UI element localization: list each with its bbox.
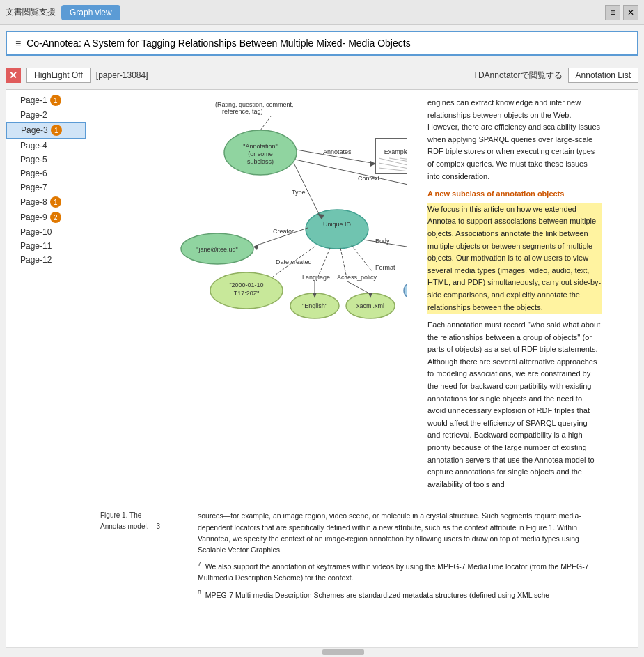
sidebar-item-page12[interactable]: Page-12: [6, 253, 86, 267]
annotation-para: We focus in this article on how we exten…: [427, 203, 602, 314]
toolbar-label: 文書閲覧支援: [6, 6, 56, 18]
page8-label: Page-8: [20, 197, 47, 207]
annotation-list-button[interactable]: Annotation List: [568, 68, 638, 83]
document-title: Co-Annotea: A System for Tagging Relatio…: [26, 38, 410, 49]
right-para1: engines can extract knowledge and infer …: [427, 97, 602, 183]
close-button[interactable]: ✕: [6, 68, 21, 83]
annotation-heading: A new subclass of annotation objects: [427, 188, 602, 201]
right-para3: Each annotation must record ''who said w…: [427, 319, 602, 490]
horizontal-scrollbar[interactable]: [6, 647, 638, 656]
svg-text:Type: Type: [292, 189, 306, 196]
page9-badge: 2: [50, 212, 61, 223]
page3-label: Page-3: [21, 125, 48, 135]
bottom-columns: Figure 1. TheAnnotas model. 3 sources—fo…: [100, 510, 602, 600]
page8-badge: 1: [50, 196, 61, 208]
page4-label: Page-4: [20, 141, 47, 150]
content-area: Page-1 1 Page-2 Page-3 1 Page-4 Page-5 P…: [6, 89, 638, 647]
page5-label: Page-5: [20, 155, 47, 164]
toolbar-icons: ≡ ✕: [605, 5, 638, 20]
svg-line-45: [351, 245, 372, 271]
page6-label: Page-6: [20, 169, 47, 178]
secondary-toolbar: ✕ HighLight Off [paper-13084] TDAnnotato…: [6, 61, 638, 89]
list-icon-button[interactable]: ≡: [605, 5, 620, 20]
page11-label: Page-11: [20, 241, 52, 251]
figure-area: (Rating, question, comment, reference, t…: [100, 97, 602, 496]
svg-text:"Annotation": "Annotation": [243, 143, 277, 150]
svg-line-54: [347, 281, 370, 294]
diagram-container: (Rating, question, comment, reference, t…: [100, 97, 407, 334]
graph-view-button[interactable]: Graph view: [61, 5, 120, 20]
page1-badge: 1: [50, 95, 61, 106]
title-icon: ≡: [15, 38, 21, 49]
svg-point-46: [404, 278, 407, 303]
svg-text:"2000-01-10: "2000-01-10: [229, 281, 263, 288]
svg-text:Context: Context: [358, 175, 380, 182]
svg-text:Date created: Date created: [276, 258, 312, 265]
close-window-button[interactable]: ✕: [623, 5, 638, 20]
svg-text:Unique ID: Unique ID: [323, 221, 352, 228]
right-text-column: engines can extract knowledge and infer …: [427, 97, 602, 496]
sidebar-item-page7[interactable]: Page-7: [6, 180, 86, 194]
svg-text:(Rating, question, comment,: (Rating, question, comment,: [215, 101, 294, 108]
svg-text:xacml.xml: xacml.xml: [356, 302, 384, 309]
svg-text:Annotates: Annotates: [323, 148, 352, 155]
svg-line-6: [260, 116, 271, 130]
figure-caption: Figure 1. TheAnnotas model. 3: [100, 510, 184, 532]
highlight-off-button[interactable]: HighLight Off: [26, 68, 91, 83]
sidebar: Page-1 1 Page-2 Page-3 1 Page-4 Page-5 P…: [6, 90, 86, 647]
title-bar: ≡ Co-Annotea: A System for Tagging Relat…: [6, 31, 638, 56]
middle-text-col: sources—for example, an image region, vi…: [198, 510, 602, 600]
sidebar-item-page5[interactable]: Page-5: [6, 153, 86, 167]
main-area: ✕ HighLight Off [paper-13084] TDAnnotato…: [6, 61, 638, 656]
page9-label: Page-9: [20, 212, 47, 222]
svg-marker-25: [253, 244, 259, 250]
sidebar-item-page9[interactable]: Page-9 2: [6, 210, 86, 225]
sidebar-item-page11[interactable]: Page-11: [6, 239, 86, 253]
document-content: (Rating, question, comment, reference, t…: [100, 97, 602, 600]
sidebar-item-page8[interactable]: Page-8 1: [6, 194, 86, 210]
paper-id: [paper-13084]: [96, 70, 148, 80]
page1-label: Page-1: [20, 95, 47, 105]
page10-label: Page-10: [20, 227, 52, 237]
svg-text:Access_policy: Access_policy: [337, 274, 377, 281]
svg-text:Language: Language: [302, 274, 330, 281]
svg-text:Body: Body: [375, 238, 390, 245]
svg-point-7: [306, 210, 368, 249]
td-annotator-link[interactable]: TDAnnotatorで閲覧する: [473, 70, 563, 82]
svg-text:Creator: Creator: [273, 228, 294, 235]
sidebar-item-page1[interactable]: Page-1 1: [6, 93, 86, 108]
svg-text:(or some: (or some: [248, 150, 273, 157]
figure-caption-col: Figure 1. TheAnnotas model. 3: [100, 510, 184, 600]
sidebar-item-page6[interactable]: Page-6: [6, 167, 86, 180]
page12-label: Page-12: [20, 255, 52, 265]
footnote-8: 8 MPEG-7 Multi-media Description Schemes…: [198, 588, 602, 601]
svg-text:Format: Format: [375, 264, 395, 271]
page7-label: Page-7: [20, 183, 47, 192]
svg-text:subclass): subclass): [247, 158, 274, 165]
top-toolbar: 文書閲覧支援 Graph view ≡ ✕: [0, 0, 644, 25]
diagram-svg: (Rating, question, comment, reference, t…: [100, 97, 407, 334]
svg-text:T17:20Z": T17:20Z": [234, 290, 260, 297]
svg-text:reference, tag): reference, tag): [222, 108, 263, 115]
main-col-text: sources—for example, an image region, vi…: [198, 510, 602, 555]
footnote-7: 7 We also support the annotation of keyf…: [198, 559, 602, 583]
page2-label: Page-2: [20, 110, 47, 120]
page3-badge: 1: [51, 125, 62, 136]
document-area[interactable]: (Rating, question, comment, reference, t…: [86, 90, 638, 647]
svg-text:"English": "English": [302, 302, 327, 309]
sidebar-item-page10[interactable]: Page-10: [6, 225, 86, 239]
sidebar-item-page2[interactable]: Page-2: [6, 108, 86, 122]
sidebar-item-page3[interactable]: Page-3 1: [6, 122, 86, 139]
h-scrollbar-thumb[interactable]: [322, 649, 364, 655]
sidebar-item-page4[interactable]: Page-4: [6, 139, 86, 153]
svg-text:"jane@itee.uq": "jane@itee.uq": [196, 246, 238, 253]
svg-text:Example.htm: Example.htm: [384, 148, 407, 155]
